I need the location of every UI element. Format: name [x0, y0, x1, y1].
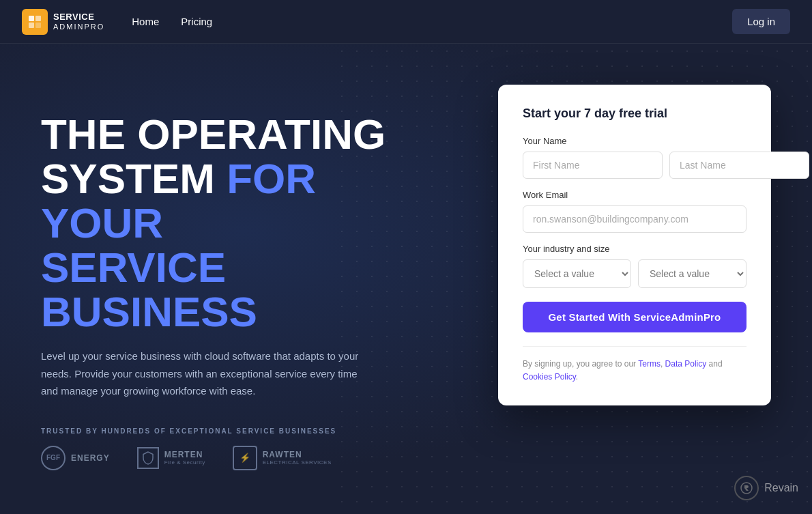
hero-title: THE OPERATING SYSTEM FOR YOUR SERVICE BU… [41, 112, 423, 334]
email-input[interactable] [523, 205, 746, 233]
svg-rect-2 [29, 23, 34, 28]
revain-text: Revain [764, 482, 798, 494]
navbar: SERVICE ADMINPRO Home Pricing Log in [0, 0, 812, 44]
rawten-icon: ⚡ [233, 446, 257, 470]
industry-select[interactable]: Select a value HVAC Electrical Plumbing … [523, 259, 631, 288]
logo-merten: MERTEN Fire & Security [137, 447, 205, 469]
name-row [523, 152, 746, 179]
svg-rect-3 [35, 23, 41, 28]
trusted-logos: FGF ENERGY MERTEN Fire & Security [41, 446, 423, 470]
form-title: Start your 7 day free trial [523, 106, 746, 121]
logo[interactable]: SERVICE ADMINPRO [22, 9, 104, 35]
size-select[interactable]: Select a value 1-5 employees 6-20 employ… [638, 259, 746, 288]
legal-text: By signing up, you agree to our Terms, D… [523, 358, 746, 384]
logo-text: SERVICE ADMINPRO [53, 12, 104, 30]
hero-section: THE OPERATING SYSTEM FOR YOUR SERVICE BU… [0, 44, 812, 514]
form-divider [523, 346, 746, 347]
hero-subtitle: Level up your service business with clou… [41, 347, 368, 400]
industry-label: Your industry and size [523, 244, 746, 254]
logo-fgf: FGF ENERGY [41, 446, 110, 470]
login-button[interactable]: Log in [732, 9, 790, 34]
fgf-icon: FGF [41, 446, 66, 470]
first-name-input[interactable] [523, 152, 663, 179]
revain-icon [734, 476, 759, 500]
logo-rawten: ⚡ RAWTEN ELECTRICAL SERVICES [233, 446, 332, 470]
revain-watermark: Revain [734, 476, 798, 500]
hero-left: THE OPERATING SYSTEM FOR YOUR SERVICE BU… [41, 85, 423, 470]
logo-icon [22, 9, 48, 35]
trusted-label: TRUSTED BY HUNDREDS OF EXCEPTIONAL SERVI… [41, 427, 423, 435]
signup-form: Start your 7 day free trial Your Name Wo… [498, 85, 771, 405]
name-label: Your Name [523, 136, 746, 146]
merten-icon [137, 447, 159, 469]
industry-size-row: Select a value HVAC Electrical Plumbing … [523, 259, 746, 288]
cta-button[interactable]: Get Started With ServiceAdminPro [523, 302, 746, 332]
email-label: Work Email [523, 190, 746, 200]
svg-rect-1 [35, 16, 41, 21]
nav-link-pricing[interactable]: Pricing [181, 16, 212, 27]
last-name-input[interactable] [669, 152, 809, 179]
svg-rect-0 [29, 16, 34, 21]
data-policy-link[interactable]: Data Policy [665, 359, 707, 369]
cookies-link[interactable]: Cookies Policy [523, 372, 576, 382]
nav-link-home[interactable]: Home [132, 16, 159, 27]
terms-link[interactable]: Terms [638, 359, 661, 369]
